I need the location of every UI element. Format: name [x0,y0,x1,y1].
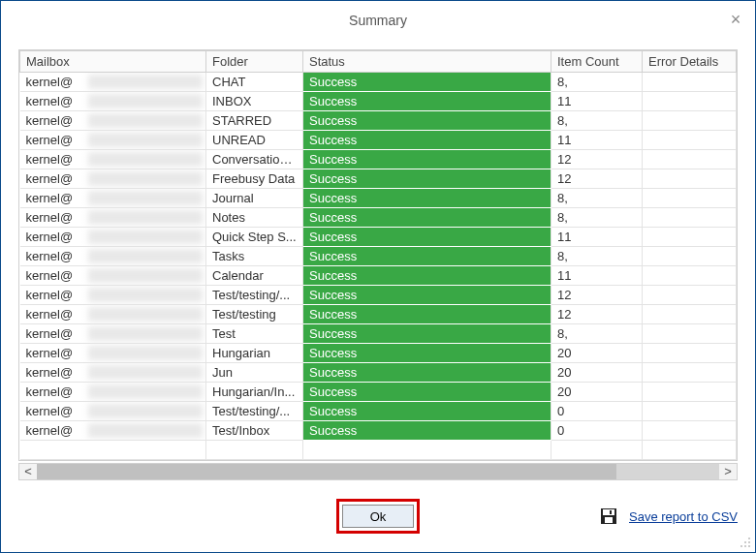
cell-error-details [643,305,737,324]
svg-rect-1 [603,509,614,515]
cell-folder: Tasks [206,247,303,266]
cell-error-details [643,150,737,169]
cell-error-details [643,189,737,208]
cell-mailbox: kernel@ [20,266,206,286]
cell-status: Success [303,247,551,266]
scroll-right-icon[interactable]: > [719,464,737,479]
cell-folder: Notes [206,208,303,228]
cell-status: Success [303,189,551,208]
table-row[interactable]: kernel@JunSuccess20 [20,363,737,383]
cell-folder: Test/testing/... [206,286,303,305]
svg-rect-2 [605,517,613,523]
cell-folder: Jun [206,363,303,383]
table-row[interactable]: kernel@Freebusy DataSuccess12 [20,169,737,189]
cell-status: Success [303,363,551,383]
cell-status: Success [303,383,551,402]
table-row[interactable]: kernel@Quick Step S...Success11 [20,228,737,247]
table-row[interactable]: kernel@TestSuccess8, [20,324,737,344]
cell-mailbox: kernel@ [20,228,206,247]
cell-mailbox: kernel@ [20,189,206,208]
cell-folder: INBOX [206,92,303,111]
cell-folder: Hungarian [206,344,303,363]
cell-error-details [643,421,737,441]
table-row[interactable]: kernel@TasksSuccess8, [20,247,737,266]
cell-status: Success [303,111,551,131]
cell-folder: Test [206,324,303,344]
cell-error-details [643,73,737,92]
col-header-itemcount[interactable]: Item Count [551,51,643,73]
table-row[interactable]: kernel@STARREDSuccess8, [20,111,737,131]
cell-item-count: 12 [551,305,643,324]
cell-item-count: 0 [551,421,643,441]
svg-point-6 [744,541,746,543]
cell-item-count: 11 [551,266,643,286]
cell-mailbox: kernel@ [20,421,206,441]
cell-item-count: 0 [551,402,643,421]
scroll-left-icon[interactable]: < [19,464,37,479]
cell-folder: Conversation... [206,150,303,169]
cell-status: Success [303,324,551,344]
cell-folder: UNREAD [206,131,303,150]
save-icon [600,507,617,525]
scroll-track[interactable] [37,464,719,479]
cell-folder: CHAT [206,73,303,92]
table-row[interactable]: kernel@Test/testingSuccess12 [20,305,737,324]
cell-mailbox: kernel@ [20,344,206,363]
close-icon[interactable]: × [726,11,745,30]
cell-item-count: 11 [551,92,643,111]
table-row[interactable]: kernel@NotesSuccess8, [20,208,737,228]
svg-point-7 [748,545,750,547]
cell-error-details [643,247,737,266]
col-header-status[interactable]: Status [303,51,551,73]
svg-point-8 [744,545,746,547]
cell-mailbox: kernel@ [20,73,206,92]
cell-folder: Freebusy Data [206,169,303,189]
table-row[interactable]: kernel@Test/testing/...Success12 [20,286,737,305]
table-row[interactable]: kernel@JournalSuccess8, [20,189,737,208]
cell-mailbox: kernel@ [20,402,206,421]
cell-mailbox: kernel@ [20,247,206,266]
table-row[interactable]: kernel@UNREADSuccess11 [20,131,737,150]
cell-error-details [643,402,737,421]
cell-mailbox: kernel@ [20,111,206,131]
table-header-row: Mailbox Folder Status Item Count Error D… [20,51,737,73]
table-row[interactable]: kernel@Hungarian/In...Success20 [20,383,737,402]
cell-item-count: 12 [551,169,643,189]
table-row[interactable]: kernel@Test/testing/...Success0 [20,402,737,421]
cell-error-details [643,286,737,305]
cell-item-count: 11 [551,228,643,247]
cell-status: Success [303,286,551,305]
cell-error-details [643,324,737,344]
cell-status: Success [303,208,551,228]
cell-item-count: 11 [551,131,643,150]
cell-folder: Test/Inbox [206,421,303,441]
table-row[interactable]: kernel@CalendarSuccess11 [20,266,737,286]
save-report-link[interactable]: Save report to CSV [629,509,738,524]
cell-error-details [643,111,737,131]
table-row[interactable]: kernel@INBOXSuccess11 [20,92,737,111]
cell-status: Success [303,344,551,363]
cell-item-count: 20 [551,344,643,363]
cell-error-details [643,344,737,363]
cell-error-details [643,92,737,111]
cell-item-count: 8, [551,111,643,131]
cell-error-details [643,363,737,383]
col-header-error[interactable]: Error Details [643,51,737,73]
horizontal-scrollbar[interactable]: < > [18,463,738,480]
cell-error-details [643,266,737,286]
cell-mailbox: kernel@ [20,131,206,150]
cell-status: Success [303,73,551,92]
scroll-thumb[interactable] [37,464,616,479]
resize-grip-icon[interactable] [740,537,751,548]
cell-status: Success [303,150,551,169]
col-header-mailbox[interactable]: Mailbox [20,51,206,73]
col-header-folder[interactable]: Folder [206,51,303,73]
table-row[interactable]: kernel@HungarianSuccess20 [20,344,737,363]
table-row[interactable]: kernel@Test/InboxSuccess0 [20,421,737,441]
cell-mailbox: kernel@ [20,208,206,228]
cell-folder: STARRED [206,111,303,131]
ok-button[interactable]: Ok [342,505,414,528]
table-row[interactable]: kernel@CHATSuccess8, [20,73,737,92]
table-row[interactable]: kernel@Conversation...Success12 [20,150,737,169]
cell-error-details [643,208,737,228]
